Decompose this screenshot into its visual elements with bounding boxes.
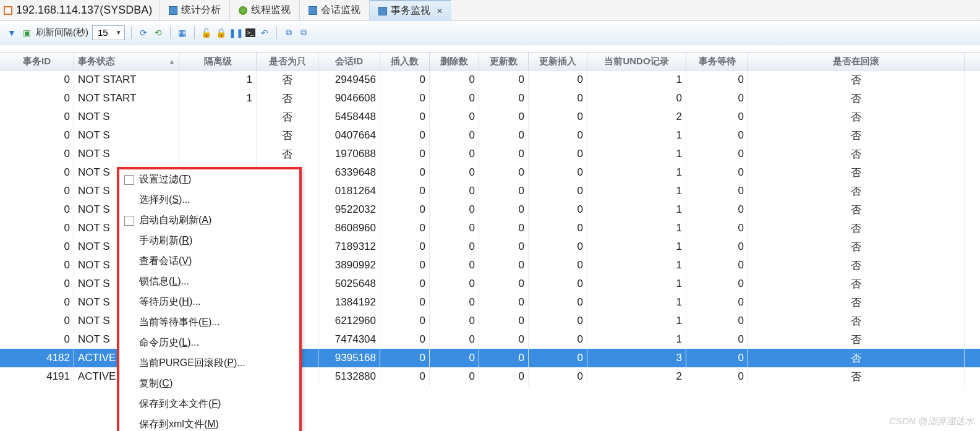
cell: 1 (587, 330, 686, 349)
tab-label: 线程监视 (251, 4, 291, 17)
col-readonly[interactable]: 是否为只 (257, 53, 318, 70)
cell: 0 (686, 367, 748, 386)
cell: 1 (587, 145, 686, 163)
cell: 0 (380, 275, 430, 293)
cell: 0 (479, 163, 529, 182)
watermark: CSDN @澎湃溜达水 (889, 416, 974, 427)
cell: 0 (0, 275, 74, 293)
cell: 0 (686, 182, 748, 200)
col-update[interactable]: 更新数 (479, 53, 529, 70)
new-window-icon[interactable]: ▦ (177, 27, 188, 38)
cell: 否 (748, 237, 965, 256)
cell: 0 (0, 182, 74, 200)
context-menu-item[interactable]: 保存到xml文件(M) (119, 414, 299, 431)
context-menu-item[interactable]: 锁信息(L)... (119, 271, 299, 292)
cell: 0 (529, 163, 587, 182)
cell: 否 (257, 70, 318, 89)
table-row[interactable]: 0NOT START1否9046608000000否 (0, 89, 980, 108)
checkbox-icon (124, 216, 134, 226)
cell: 8608960 (318, 219, 380, 237)
cell: 否 (748, 349, 965, 367)
tab-statistics[interactable]: 统计分析 (160, 0, 229, 21)
context-menu-item[interactable]: 复制(C) (119, 373, 299, 394)
cycle-icon[interactable]: ⟲ (153, 27, 164, 38)
undo-icon[interactable]: ↶ (259, 27, 270, 38)
cell: 否 (748, 145, 965, 163)
tab-transaction-monitor[interactable]: 事务监视 ✕ (369, 0, 451, 21)
cell: 否 (257, 126, 318, 145)
cell: 1 (587, 70, 686, 89)
context-menu-item[interactable]: 设置过滤(T) (119, 169, 299, 190)
col-session-id[interactable]: 会话ID (318, 53, 380, 70)
cell: 0 (479, 312, 529, 330)
cell: 4182 (0, 349, 74, 367)
context-menu-item[interactable]: 查看会话(V) (119, 251, 299, 271)
cell: 0 (380, 182, 430, 200)
menu-label: 等待历史(H)... (139, 296, 201, 309)
cell: 1 (587, 219, 686, 237)
cell: 0 (686, 126, 748, 145)
cell: 0 (380, 312, 430, 330)
cell: 6212960 (318, 312, 380, 330)
context-menu-item[interactable]: 等待历史(H)... (119, 292, 299, 312)
refresh-icon[interactable]: ⟳ (138, 27, 149, 38)
lock-icon[interactable]: 🔒 (216, 27, 227, 38)
context-menu-item[interactable]: 当前等待事件(E)... (119, 312, 299, 333)
cell: 0 (380, 126, 430, 145)
table-row[interactable]: 0NOT START1否2949456000010否 (0, 70, 980, 89)
context-menu-item[interactable]: 选择列(S)... (119, 190, 299, 210)
filter-icon[interactable]: ▼ (6, 27, 17, 38)
context-menu-item[interactable]: 保存到文本文件(F) (119, 394, 299, 414)
refresh-interval-select[interactable]: 15 ▼ (92, 25, 125, 40)
copy-icon[interactable]: ⧉ (283, 27, 294, 38)
col-rollback[interactable]: 是否在回滚 (748, 53, 965, 70)
col-wait[interactable]: 事务等待 (686, 53, 748, 70)
cell: 0 (0, 200, 74, 219)
chart-icon (169, 6, 177, 15)
cell: 0 (479, 367, 529, 386)
table-row[interactable]: 0NOT S否1970688000010否 (0, 145, 980, 163)
col-isolation[interactable]: 隔离级 (179, 53, 257, 70)
menu-label: 启动自动刷新(A) (139, 214, 211, 227)
table-row[interactable]: 0NOT S否0407664000010否 (0, 126, 980, 145)
menu-label: 命令历史(L)... (139, 336, 199, 349)
tab-thread-monitor[interactable]: 线程监视 (229, 0, 299, 21)
cell: 0 (0, 126, 74, 145)
cell: 0 (0, 256, 74, 275)
col-tx-id[interactable]: 事务ID (0, 53, 74, 70)
cell: 0 (529, 108, 587, 126)
cell: 0 (587, 89, 686, 108)
cell: 0 (430, 367, 479, 386)
cell: 3 (587, 349, 686, 367)
cell: 2 (587, 108, 686, 126)
pause-icon[interactable]: ❚❚ (231, 27, 242, 38)
tab-label: 统计分析 (181, 4, 221, 17)
cell: NOT START (74, 89, 179, 108)
export-icon[interactable]: ⧉ (298, 27, 309, 38)
terminal-icon[interactable]: >_ (245, 28, 255, 37)
context-menu-item[interactable]: 启动自动刷新(A) (119, 210, 299, 231)
tab-label: 会话监视 (321, 4, 360, 17)
context-menu-item[interactable]: 手动刷新(R) (119, 231, 299, 251)
close-icon[interactable]: ✕ (434, 7, 443, 15)
col-tx-state[interactable]: 事务状态▲ (74, 53, 179, 70)
col-undo[interactable]: 当前UNDO记录 (587, 53, 686, 70)
cell: 0 (430, 108, 479, 126)
unlock-icon[interactable]: 🔓 (201, 27, 212, 38)
tab-session-monitor[interactable]: 会话监视 (299, 0, 369, 21)
col-insert[interactable]: 插入数 (380, 53, 430, 70)
col-upsert[interactable]: 更新插入 (529, 53, 587, 70)
check-icon[interactable]: ▣ (21, 27, 32, 38)
cell: 0 (380, 293, 430, 312)
cell: 0 (686, 163, 748, 182)
session-icon (309, 6, 317, 15)
context-menu-item[interactable]: 命令历史(L)... (119, 333, 299, 353)
table-row[interactable]: 0NOT S否5458448000020否 (0, 108, 980, 126)
cell: 0 (0, 237, 74, 256)
cell: NOT START (74, 70, 179, 89)
cell: 0 (479, 275, 529, 293)
col-delete[interactable]: 删除数 (430, 53, 479, 70)
cell: 0 (380, 70, 430, 89)
host-tab[interactable]: 192.168.114.137(SYSDBA) (0, 4, 160, 17)
context-menu-item[interactable]: 当前PURGE回滚段(P)... (119, 353, 299, 373)
